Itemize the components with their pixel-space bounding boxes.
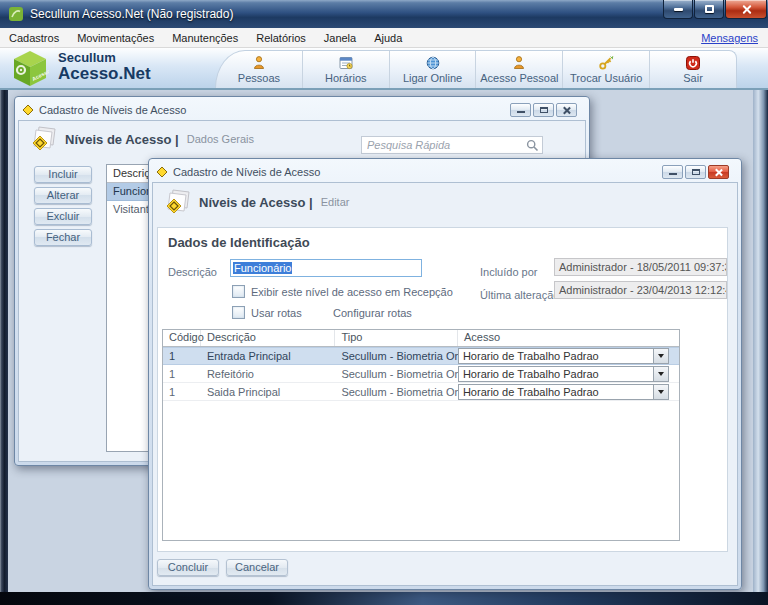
ultima-alteracao-value: Administrador - 23/04/2013 12:12:45	[554, 281, 727, 299]
dropdown-button[interactable]	[653, 367, 668, 381]
table-row[interactable]: 1 Entrada Principal Secullum - Biometria…	[163, 347, 679, 365]
column-header-codigo[interactable]: Código	[163, 330, 201, 346]
page-header: Níveis de Acesso | Editar	[165, 189, 349, 215]
concluir-button[interactable]: Concluir	[157, 559, 219, 576]
child-titlebar[interactable]: Cadastro de Níveis de Acesso	[18, 100, 586, 120]
menu-manutencoes[interactable]: Manutenções	[163, 32, 247, 44]
toolbar-pessoas-button[interactable]: Pessoas	[216, 51, 303, 88]
usar-rotas-label: Usar rotas	[251, 307, 302, 319]
toolbar-button-strip: Pessoas Horários Ligar Online Acesso Pes…	[215, 50, 737, 88]
toolbar-acesso-pessoal-button[interactable]: Acesso Pessoal	[476, 51, 563, 88]
column-header-descricao[interactable]: Descrição	[201, 330, 335, 346]
toolbar-button-label: Pessoas	[238, 72, 280, 84]
maximize-icon	[692, 169, 700, 175]
acesso-dropdown[interactable]: Horario de Trabalho Padrao	[458, 348, 669, 364]
descricao-value: Funcionário	[233, 262, 292, 274]
window-titlebar[interactable]: Secullum Acesso.Net (Não registrado)	[0, 0, 768, 28]
cadastro-edit-window: Cadastro de Níveis de Acesso Níveis de A…	[148, 158, 742, 590]
acesso-dropdown-value: Horario de Trabalho Padrao	[459, 385, 653, 399]
child-maximize-button[interactable]	[685, 165, 706, 179]
maximize-icon	[540, 107, 548, 113]
cell-acesso: Horario de Trabalho Padrao	[458, 384, 679, 400]
incluir-button[interactable]: Incluir	[34, 166, 92, 183]
search-input[interactable]	[362, 138, 526, 152]
descricao-input[interactable]: Funcionário	[230, 259, 422, 277]
child-titlebar[interactable]: Cadastro de Níveis de Acesso	[152, 162, 738, 182]
cell-acesso: Horario de Trabalho Padrao	[458, 348, 679, 364]
toolbar-button-label: Acesso Pessoal	[480, 72, 558, 84]
table-row[interactable]: 1 Refeitório Secullum - Biometria Online…	[163, 365, 679, 383]
usar-rotas-checkbox[interactable]	[232, 306, 245, 319]
alterar-button[interactable]: Alterar	[34, 187, 92, 204]
brand-line2: Acesso.Net	[58, 65, 151, 84]
minimize-icon	[517, 111, 525, 113]
child-close-button[interactable]	[556, 103, 577, 117]
child-minimize-button[interactable]	[510, 103, 531, 117]
cell-acesso: Horario de Trabalho Padrao	[458, 366, 679, 382]
ultima-alteracao-label: Última alteração	[480, 289, 559, 301]
recepcao-checkbox-label: Exibir este nível de acesso em Recepção	[251, 286, 453, 298]
table-row[interactable]: 1 Saida Principal Secullum - Biometria O…	[163, 383, 679, 401]
secullum-logo-icon: Acesso	[11, 50, 49, 88]
minimize-icon	[669, 173, 677, 175]
section-title: Dados de Identificação	[168, 235, 310, 250]
calendar-icon	[338, 55, 354, 71]
globe-icon	[425, 55, 441, 71]
person-icon	[511, 55, 527, 71]
menu-cadastros[interactable]: Cadastros	[0, 32, 68, 44]
maximize-icon	[705, 5, 714, 13]
menu-ajuda[interactable]: Ajuda	[365, 32, 411, 44]
incluido-por-label: Incluído por	[480, 266, 537, 278]
child-close-button[interactable]	[708, 165, 729, 179]
recepcao-checkbox[interactable]	[232, 285, 245, 298]
acesso-dropdown[interactable]: Horario de Trabalho Padrao	[458, 366, 669, 382]
menu-janela[interactable]: Janela	[315, 32, 365, 44]
menu-movimentacoes[interactable]: Movimentações	[68, 32, 163, 44]
search-icon[interactable]	[526, 139, 539, 152]
chevron-down-icon	[658, 354, 664, 358]
excluir-button[interactable]: Excluir	[34, 208, 92, 225]
toolbar-trocar-usuario-button[interactable]: Trocar Usuário	[563, 51, 650, 88]
page-title: Níveis de Acesso |	[199, 195, 313, 210]
column-header-acesso[interactable]: Acesso	[458, 330, 679, 346]
child-minimize-button[interactable]	[662, 165, 683, 179]
child-window-title: Cadastro de Níveis de Acesso	[39, 104, 186, 116]
acesso-dropdown[interactable]: Horario de Trabalho Padrao	[458, 384, 669, 400]
close-icon	[714, 168, 723, 177]
window-left-border	[0, 90, 8, 592]
child-maximize-button[interactable]	[533, 103, 554, 117]
minimize-icon	[674, 8, 683, 11]
edit-window-body: Níveis de Acesso | Editar Dados de Ident…	[152, 182, 738, 586]
close-button[interactable]	[725, 0, 767, 19]
fechar-button[interactable]: Fechar	[34, 229, 92, 246]
menu-bar: Cadastros Movimentações Manutenções Rela…	[0, 28, 768, 48]
dropdown-button[interactable]	[653, 385, 668, 399]
cell-tipo: Secullum - Biometria Online	[335, 368, 458, 380]
window-bottom-border	[0, 592, 768, 605]
cell-tipo: Secullum - Biometria Online	[335, 386, 458, 398]
window-title: Secullum Acesso.Net (Não registrado)	[30, 7, 233, 21]
menu-relatorios[interactable]: Relatórios	[247, 32, 315, 44]
acesso-dropdown-value: Horario de Trabalho Padrao	[459, 367, 653, 381]
toolbar-ligar-online-button[interactable]: Ligar Online	[390, 51, 477, 88]
maximize-button[interactable]	[694, 0, 724, 19]
toolbar-button-label: Horários	[325, 72, 367, 84]
window-right-border	[753, 90, 768, 592]
devices-table: Código Descrição Tipo Acesso 1 Entrada P…	[162, 329, 680, 541]
cancelar-button[interactable]: Cancelar	[226, 559, 288, 576]
toolbar-sair-button[interactable]: Sair	[650, 51, 736, 88]
dropdown-button[interactable]	[653, 349, 668, 363]
acesso-dropdown-value: Horario de Trabalho Padrao	[459, 349, 653, 363]
page-subtitle: Dados Gerais	[187, 133, 254, 145]
key-icon	[598, 55, 614, 71]
app-icon	[9, 7, 23, 21]
application-window: Secullum Acesso.Net (Não registrado) Cad…	[0, 0, 768, 605]
configurar-rotas-link[interactable]: Configurar rotas	[333, 307, 412, 319]
toolbar-horarios-button[interactable]: Horários	[303, 51, 390, 88]
cell-descricao: Saida Principal	[201, 386, 335, 398]
quick-search	[361, 136, 543, 154]
column-header-tipo[interactable]: Tipo	[335, 330, 458, 346]
messages-link[interactable]: Mensagens	[701, 32, 758, 44]
minimize-button[interactable]	[663, 0, 693, 19]
niveis-acesso-icon	[31, 126, 57, 152]
